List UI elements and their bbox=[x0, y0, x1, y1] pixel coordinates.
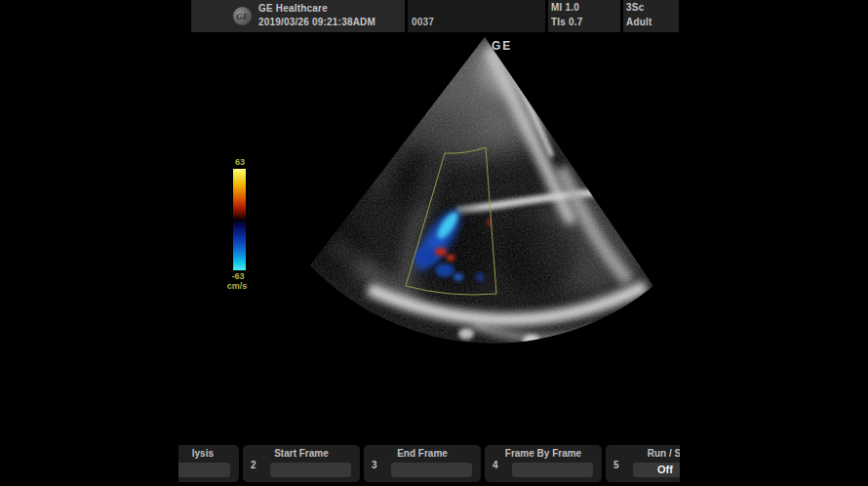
softkey-value[interactable] bbox=[178, 463, 230, 477]
softkey-end-frame[interactable]: End Frame 3 bbox=[364, 445, 481, 482]
softkey-value[interactable] bbox=[391, 463, 472, 477]
softkey-value[interactable]: Off bbox=[633, 463, 680, 477]
softkey-bar: lysis Start Frame 2 End Frame 3 Frame By… bbox=[178, 443, 680, 484]
softkey-number: 5 bbox=[613, 460, 619, 470]
softkey-label: Frame By Frame bbox=[485, 448, 602, 459]
softkey-run-stop[interactable]: Run / S 5 Off bbox=[606, 445, 680, 482]
softkey-number: 3 bbox=[372, 460, 377, 470]
ultrasound-sector-image bbox=[0, 0, 868, 429]
softkey-label: Run / S bbox=[606, 448, 680, 459]
softkey-label: Start Frame bbox=[243, 448, 360, 459]
bmode-tissue bbox=[273, 29, 683, 381]
softkey-value[interactable] bbox=[270, 463, 351, 477]
softkey-frame-by-frame[interactable]: Frame By Frame 4 bbox=[485, 445, 602, 482]
vendor-watermark: GE bbox=[492, 39, 512, 53]
colorbar-unit-label: cm/s bbox=[220, 281, 254, 291]
softkey-analysis[interactable]: lysis bbox=[178, 445, 239, 482]
colorbar-max-label: 63 bbox=[223, 157, 256, 167]
velocity-colorbar bbox=[233, 169, 246, 270]
colorbar-min-label: -63 bbox=[221, 271, 255, 281]
softkey-number: 4 bbox=[493, 460, 498, 470]
softkey-label: End Frame bbox=[364, 448, 481, 459]
softkey-label: lysis bbox=[178, 448, 239, 459]
softkey-value[interactable] bbox=[512, 463, 593, 477]
softkey-number: 2 bbox=[251, 460, 256, 470]
softkey-start-frame[interactable]: Start Frame 2 bbox=[243, 445, 360, 482]
